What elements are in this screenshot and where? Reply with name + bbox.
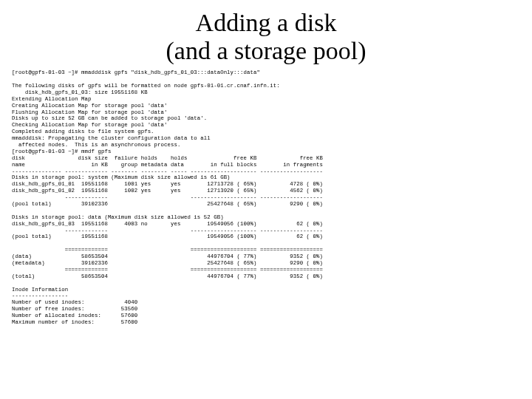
terminal-output: [root@gpfs-01-03 ~]# mmadddisk gpfs "dis… <box>12 69 520 326</box>
slide-title: Adding a disk (and a storage pool) <box>12 9 520 65</box>
title-line-2: (and a storage pool) <box>166 37 366 64</box>
title-line-1: Adding a disk <box>196 9 337 36</box>
